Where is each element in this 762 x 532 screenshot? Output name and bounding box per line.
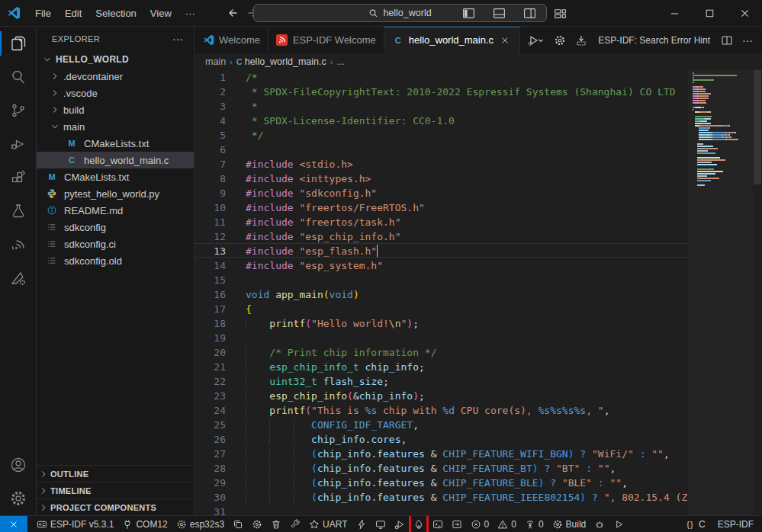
toggle-secondary-sidebar-icon[interactable]: [518, 4, 541, 24]
status-flash-method[interactable]: [232, 516, 244, 532]
tab-hello-world-main-c[interactable]: Chello_world_main.c: [384, 27, 520, 53]
status-open-terminal[interactable]: [451, 516, 463, 532]
file-sdkconfig-old[interactable]: sdkconfig.old: [37, 252, 194, 269]
close-icon[interactable]: [498, 34, 512, 47]
tab-welcome[interactable]: Welcome: [195, 27, 268, 53]
search-view-icon[interactable]: [0, 60, 37, 94]
tab-esp-idf-welcome[interactable]: ESP-IDF Welcome: [268, 27, 384, 53]
menu-selection[interactable]: Selection: [88, 0, 143, 27]
status-esp-idf-badge[interactable]: ESP-IDF: [717, 516, 754, 532]
menu-more[interactable]: ···: [178, 0, 202, 27]
tree-item-label: README.md: [64, 205, 123, 216]
file-pytest-hello-world-py[interactable]: pytest_hello_world.py: [37, 185, 194, 202]
run-debug-button[interactable]: [523, 31, 548, 50]
status-full-clean[interactable]: [270, 516, 282, 532]
cmake-file-icon: M: [66, 137, 78, 149]
code-editor[interactable]: 1/*2 * SPDX-FileCopyrightText: 2010-2022…: [195, 70, 762, 515]
breadcrumb[interactable]: main › C hello_world_main.c › ...: [195, 53, 762, 70]
status-language-mode[interactable]: {}C: [684, 516, 706, 532]
section-timeline[interactable]: TIMELINE: [37, 482, 194, 498]
extensions-icon[interactable]: [0, 161, 37, 194]
status-ports-forwarded[interactable]: 0: [524, 516, 545, 532]
section-project-components[interactable]: PROJECT COMPONENTS: [37, 498, 194, 515]
settings-gear-icon[interactable]: [0, 482, 37, 515]
esp-idf-hint-button[interactable]: ESP-IDF: Search Error Hint: [593, 35, 715, 46]
explorer-more-icon[interactable]: ···: [168, 33, 188, 45]
folder--vscode[interactable]: .vscode: [37, 85, 194, 101]
status-monitor-device[interactable]: [375, 516, 387, 532]
status-openocd[interactable]: [593, 516, 606, 532]
status-device-target[interactable]: esp32s3: [175, 516, 225, 532]
minimap[interactable]: [688, 70, 753, 515]
status-label: 0: [539, 519, 544, 530]
search-icon: [368, 8, 378, 18]
folder-main[interactable]: main: [37, 118, 194, 135]
explorer-icon[interactable]: [0, 27, 37, 60]
file-cmakelists-txt[interactable]: MCMakeLists.txt: [37, 135, 194, 152]
folder-hello-world[interactable]: HELLO_WORLD: [37, 51, 194, 68]
customize-layout-icon[interactable]: [548, 4, 571, 24]
scrollbar-slider[interactable]: [754, 70, 761, 184]
status-build-task[interactable]: Build: [551, 516, 587, 532]
status-label: ESP-IDF: [718, 519, 754, 530]
status-remote[interactable]: [0, 516, 27, 532]
account-icon[interactable]: [0, 448, 37, 482]
code-line: 27 (chip_info.features & CHIP_FEATURE_WI…: [195, 447, 688, 461]
toggle-panel-icon[interactable]: [487, 4, 510, 24]
code-line: 1/*: [195, 70, 688, 85]
status-run-task[interactable]: [612, 516, 625, 532]
source-control-icon[interactable]: [0, 94, 37, 127]
status-esp-idf-terminal[interactable]: [432, 516, 444, 532]
vscode-window: FileEditSelectionView ··· hello_world: [0, 0, 762, 532]
breadcrumb-tail[interactable]: ...: [336, 56, 344, 67]
section-outline[interactable]: OUTLINE: [37, 465, 194, 482]
line-number: 26: [195, 432, 230, 447]
file-sdkconfig-ci[interactable]: sdkconfig.ci: [37, 236, 194, 252]
list-file-icon: [46, 221, 58, 233]
menu-edit[interactable]: Edit: [58, 0, 88, 27]
code-line: 6: [195, 143, 688, 157]
editor-more-icon[interactable]: ···: [739, 31, 756, 50]
status-serial-port[interactable]: COM12: [121, 516, 168, 532]
menu-view[interactable]: View: [143, 0, 178, 27]
folder-build[interactable]: build: [37, 101, 194, 118]
run-debug-view-icon[interactable]: [0, 127, 37, 161]
folder--devcontainer[interactable]: .devcontainer: [37, 68, 194, 85]
breadcrumb-file[interactable]: hello_world_main.c: [245, 56, 326, 67]
status-build-flash-monitor[interactable]: [413, 516, 425, 532]
status-debug-device[interactable]: [394, 516, 406, 532]
status-custom-task[interactable]: [289, 516, 301, 532]
play-icon: [613, 519, 624, 530]
esp-idf-explorer-icon[interactable]: [0, 261, 37, 295]
status-esp-idf-version[interactable]: ESP-IDF v5.3.1: [36, 516, 114, 532]
settings-gear-button[interactable]: [551, 31, 569, 50]
testing-icon[interactable]: [0, 194, 37, 228]
status-flash-device[interactable]: [355, 516, 368, 532]
vscode-icon: [202, 34, 214, 46]
close-window-icon[interactable]: [727, 0, 762, 27]
status-errors[interactable]: 0: [470, 516, 490, 532]
menu-file[interactable]: File: [28, 0, 58, 27]
line-number: 25: [195, 418, 230, 432]
cmake-file-icon: M: [46, 171, 58, 183]
breadcrumb-folder[interactable]: main: [205, 56, 226, 67]
plug-icon: [122, 519, 133, 530]
maximize-icon[interactable]: [692, 0, 727, 27]
line-number: 28: [195, 461, 230, 476]
espressif-view-icon[interactable]: [0, 228, 37, 261]
file-cmakelists-txt[interactable]: MCMakeLists.txt: [37, 168, 194, 185]
file-readme-md[interactable]: README.md: [37, 202, 194, 219]
file-sdkconfig[interactable]: sdkconfig: [37, 219, 194, 236]
editor-scrollbar[interactable]: [753, 70, 762, 515]
toggle-sidebar-icon[interactable]: [457, 4, 480, 24]
status-flash-via-uart[interactable]: UART: [308, 516, 348, 532]
install-hint-icon[interactable]: [572, 31, 590, 50]
minimize-icon[interactable]: [657, 0, 692, 27]
file-hello-world-main-c[interactable]: Chello_world_main.c: [37, 152, 194, 168]
gear-icon: [552, 519, 563, 530]
code-line: 31: [195, 505, 688, 515]
status-menuconfig[interactable]: [251, 516, 263, 532]
back-arrow-icon[interactable]: [223, 5, 240, 21]
status-warnings[interactable]: 0: [497, 516, 517, 532]
split-editor-icon[interactable]: [718, 31, 736, 50]
